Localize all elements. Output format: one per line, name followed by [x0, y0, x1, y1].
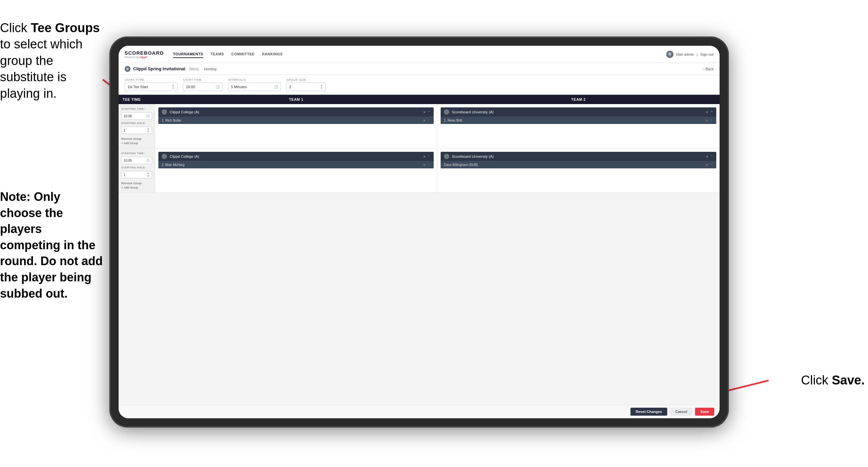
table-header: Tee Time Team 1 Team 2	[119, 95, 720, 104]
starting-time-input-1[interactable]: 10:00 🕐	[121, 112, 152, 120]
nav-signout[interactable]: Sign out	[700, 52, 714, 56]
player-remove-1-2[interactable]: ✕	[423, 164, 426, 167]
team1-expand-btn-row1[interactable]: ⌃	[428, 110, 430, 114]
starting-hole-value-2: 1	[124, 173, 126, 177]
start-type-spinner: ▲▼	[172, 84, 175, 90]
nav-links: TOURNAMENTS TEAMS COMMITTEE RANKINGS	[173, 51, 666, 58]
starting-hole-label-2: STARTING HOLE:	[121, 166, 152, 169]
time-icon-1: 🕐	[146, 114, 150, 118]
player-row-1-2: 2. Blair McHarg ✕ ⌃	[158, 161, 434, 168]
nav-username: blair admin	[676, 52, 694, 56]
team1-remove-btn-row1[interactable]: ✕	[423, 110, 426, 114]
table-row: STARTING TIME: 10:00 🕐 STARTING HOLE: 1 …	[119, 104, 720, 148]
sub-nav-hosting: Hosting	[204, 67, 216, 71]
starting-time-value-2: 10:05	[124, 159, 132, 163]
player-remove-1-1[interactable]: ✕	[423, 119, 426, 122]
team1-card-row2[interactable]: Clippd College (A) ✕ ⌃ 2. Blair McHarg ✕	[158, 152, 434, 168]
sub-nav-left: B Clippd Spring Invitational (Men) Hosti…	[125, 66, 703, 72]
th-tee-time: Tee Time	[119, 95, 155, 104]
team2-card-row1[interactable]: Scoreboard University (A) ✕ ⌃ 1. Rees Br…	[441, 107, 716, 124]
back-button[interactable]: ‹ Back	[703, 67, 714, 71]
team2-remove-btn-row2[interactable]: ✕	[706, 155, 708, 158]
save-button[interactable]: Save	[695, 408, 714, 416]
player-remove-2-2[interactable]: ✕	[706, 164, 708, 167]
logo-brand: clippd	[139, 56, 147, 59]
remove-group-2[interactable]: Remove Group	[121, 182, 152, 185]
team1-name-row2: Clippd College (A)	[169, 154, 421, 158]
start-type-input[interactable]: 1st Tee Start ▲▼	[125, 83, 178, 91]
player-expand-2-1[interactable]: ⌃	[710, 119, 713, 122]
starting-hole-input-2[interactable]: 1 ▲▼	[121, 171, 152, 178]
team2-card-header-row1: Scoreboard University (A) ✕ ⌃	[441, 107, 716, 117]
main-instruction: Click Tee Groups to select which group t…	[0, 20, 103, 102]
note-bold: Note: Only choose the players competing …	[0, 190, 103, 300]
hole-spinner-1: ▲▼	[147, 127, 150, 133]
start-time-input[interactable]: 10:00 🕐	[183, 83, 223, 91]
tablet-frame: SCOREBOARD Powered by clippd TOURNAMENTS…	[109, 36, 729, 428]
player-name-2-1: 1. Rees Britt	[444, 119, 703, 122]
sub-nav-title: Clippd Spring Invitational	[133, 66, 185, 71]
nav-teams[interactable]: TEAMS	[210, 51, 224, 58]
left-col-actions-2: Remove Group + Add Group	[121, 182, 152, 189]
team2-expand-btn-row2[interactable]: ⌃	[710, 155, 713, 158]
team2-remove-btn-row1[interactable]: ✕	[706, 110, 708, 114]
sub-nav-badge: B	[125, 66, 130, 72]
sub-nav: B Clippd Spring Invitational (Men) Hosti…	[119, 63, 720, 75]
left-col-row1: STARTING TIME: 10:00 🕐 STARTING HOLE: 1 …	[119, 104, 155, 148]
nav-rankings[interactable]: RANKINGS	[262, 51, 283, 58]
team1-card-row1[interactable]: Clippd College (A) ✕ ⌃ 1. Rich Butler ✕	[158, 107, 434, 124]
team1-remove-btn-row2[interactable]: ✕	[423, 155, 426, 158]
player-remove-2-1[interactable]: ✕	[706, 119, 708, 122]
starting-time-label-1: STARTING TIME:	[121, 107, 152, 110]
add-group-1[interactable]: + Add Group	[121, 142, 152, 145]
player-expand-1-2[interactable]: ⌃	[428, 164, 430, 167]
clock-icon: 🕐	[216, 85, 220, 89]
starting-hole-input-1[interactable]: 1 ▲▼	[121, 126, 152, 134]
team2-name-row1: Scoreboard University (A)	[452, 110, 703, 114]
team1-expand-btn-row2[interactable]: ⌃	[428, 155, 430, 158]
team2-logo-row1	[444, 109, 449, 115]
intervals-field: Intervals 5 Minutes 🕐	[228, 78, 281, 91]
team1-col-row1: Clippd College (A) ✕ ⌃ 1. Rich Butler ✕	[155, 104, 437, 148]
player-controls-1-1: ✕ ⌃	[423, 119, 430, 122]
player-name-1-1: 1. Rich Butler	[162, 119, 421, 122]
player-expand-1-1[interactable]: ⌃	[428, 119, 430, 122]
group-size-value: 2	[289, 85, 291, 89]
starting-hole-value-1: 1	[124, 128, 126, 132]
intervals-clock-icon: 🕐	[274, 85, 278, 89]
starting-hole-label-1: STARTING HOLE:	[121, 122, 152, 125]
click-save-instruction: Click Save.	[801, 373, 865, 387]
intervals-label: Intervals	[228, 78, 281, 82]
start-type-value: 1st Tee Start	[128, 85, 148, 89]
starting-time-label-2: STARTING TIME:	[121, 152, 152, 155]
save-bold: Save.	[832, 373, 865, 387]
start-time-field: Start Time 10:00 🕐	[183, 78, 223, 91]
nav-tournaments[interactable]: TOURNAMENTS	[173, 51, 203, 58]
group-size-field: Group Size 2 ▲▼	[286, 78, 326, 91]
team1-controls-row2: ✕ ⌃	[423, 155, 430, 158]
add-group-2[interactable]: + Add Group	[121, 186, 152, 189]
reset-changes-button[interactable]: Reset Changes	[630, 408, 667, 416]
logo-area: SCOREBOARD Powered by clippd	[125, 50, 164, 59]
player-row-2-2: Dave Billingham (SUB) ✕ ⌃	[441, 161, 716, 168]
player-name-2-2: Dave Billingham (SUB)	[444, 163, 703, 167]
player-row-2-1: 1. Rees Britt ✕ ⌃	[441, 117, 716, 124]
sub-nav-subtitle: (Men)	[189, 67, 199, 71]
team2-card-row2[interactable]: Scoreboard University (A) ✕ ⌃ Dave Billi…	[441, 152, 716, 168]
cancel-button[interactable]: Cancel	[670, 408, 692, 416]
group-size-input[interactable]: 2 ▲▼	[286, 83, 326, 91]
team1-card-header-row2: Clippd College (A) ✕ ⌃	[158, 152, 434, 161]
team1-controls-row1: ✕ ⌃	[423, 110, 430, 114]
remove-group-1[interactable]: Remove Group	[121, 137, 152, 141]
intervals-input[interactable]: 5 Minutes 🕐	[228, 83, 281, 91]
tee-groups-bold: Tee Groups	[31, 21, 100, 35]
start-time-value: 10:00	[186, 85, 195, 89]
team2-col-row2: Scoreboard University (A) ✕ ⌃ Dave Billi…	[437, 148, 720, 193]
team1-logo-row2	[162, 154, 167, 159]
starting-time-input-2[interactable]: 10:05 🕐	[121, 157, 152, 164]
team2-expand-btn-row1[interactable]: ⌃	[710, 110, 713, 114]
nav-committee[interactable]: COMMITTEE	[231, 51, 255, 58]
player-controls-2-1: ✕ ⌃	[706, 119, 713, 122]
player-expand-2-2[interactable]: ⌃	[710, 164, 713, 167]
logo-scoreboard: SCOREBOARD	[125, 50, 164, 56]
